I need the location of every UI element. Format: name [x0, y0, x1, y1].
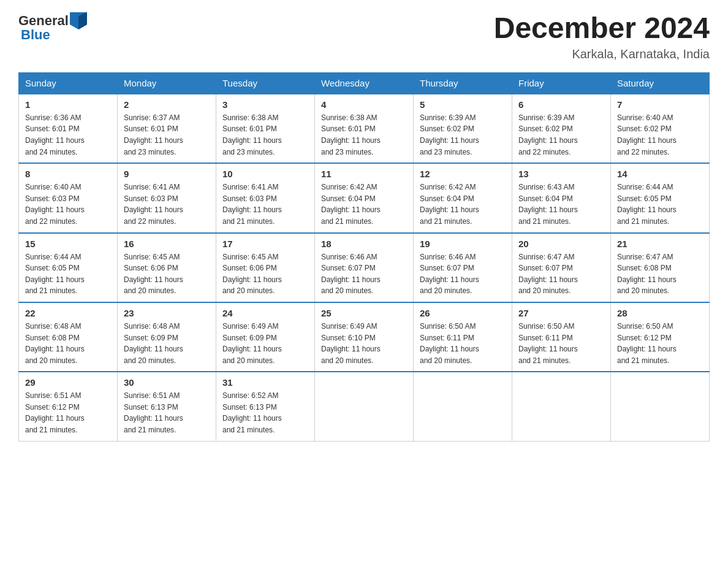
day-info: Sunrise: 6:45 AMSunset: 6:06 PMDaylight:…	[222, 253, 282, 296]
day-number: 16	[124, 239, 210, 249]
day-info: Sunrise: 6:41 AMSunset: 6:03 PMDaylight:…	[124, 183, 183, 226]
weekday-header-row: SundayMondayTuesdayWednesdayThursdayFrid…	[19, 72, 710, 94]
day-number: 4	[321, 99, 407, 110]
calendar-day-23: 23 Sunrise: 6:48 AMSunset: 6:09 PMDaylig…	[118, 302, 216, 372]
day-info: Sunrise: 6:36 AMSunset: 6:01 PMDaylight:…	[25, 113, 85, 156]
day-number: 20	[518, 239, 604, 249]
day-info: Sunrise: 6:50 AMSunset: 6:12 PMDaylight:…	[617, 322, 677, 365]
weekday-header-tuesday: Tuesday	[216, 72, 315, 94]
calendar-day-27: 27 Sunrise: 6:50 AMSunset: 6:11 PMDaylig…	[512, 302, 611, 372]
logo: General Blue	[18, 12, 87, 43]
calendar-day-14: 14 Sunrise: 6:44 AMSunset: 6:05 PMDaylig…	[611, 163, 710, 232]
day-info: Sunrise: 6:50 AMSunset: 6:11 PMDaylight:…	[420, 322, 479, 365]
day-number: 14	[617, 169, 703, 179]
calendar-day-4: 4 Sunrise: 6:38 AMSunset: 6:01 PMDayligh…	[315, 94, 414, 163]
day-number: 21	[617, 239, 703, 249]
day-info: Sunrise: 6:48 AMSunset: 6:09 PMDaylight:…	[124, 322, 183, 365]
logo-blue-text: Blue	[21, 27, 87, 43]
day-info: Sunrise: 6:40 AMSunset: 6:03 PMDaylight:…	[25, 183, 85, 226]
calendar-day-9: 9 Sunrise: 6:41 AMSunset: 6:03 PMDayligh…	[118, 163, 216, 232]
day-info: Sunrise: 6:39 AMSunset: 6:02 PMDaylight:…	[420, 113, 479, 156]
month-title: December 2024	[494, 12, 710, 45]
day-info: Sunrise: 6:43 AMSunset: 6:04 PMDaylight:…	[518, 183, 578, 226]
day-info: Sunrise: 6:38 AMSunset: 6:01 PMDaylight:…	[321, 113, 381, 156]
calendar-table: SundayMondayTuesdayWednesdayThursdayFrid…	[18, 72, 710, 442]
day-number: 23	[124, 308, 210, 318]
day-number: 22	[25, 308, 111, 318]
day-info: Sunrise: 6:52 AMSunset: 6:13 PMDaylight:…	[222, 391, 282, 434]
calendar-day-13: 13 Sunrise: 6:43 AMSunset: 6:04 PMDaylig…	[512, 163, 611, 232]
weekday-header-sunday: Sunday	[19, 72, 118, 94]
weekday-header-wednesday: Wednesday	[315, 72, 414, 94]
calendar-day-18: 18 Sunrise: 6:46 AMSunset: 6:07 PMDaylig…	[315, 233, 414, 302]
calendar-day-1: 1 Sunrise: 6:36 AMSunset: 6:01 PMDayligh…	[19, 94, 118, 163]
day-info: Sunrise: 6:37 AMSunset: 6:01 PMDaylight:…	[124, 113, 183, 156]
day-number: 18	[321, 239, 407, 249]
calendar-day-22: 22 Sunrise: 6:48 AMSunset: 6:08 PMDaylig…	[19, 302, 118, 372]
day-number: 17	[222, 239, 308, 249]
location-text: Karkala, Karnataka, India	[494, 47, 710, 61]
day-number: 13	[518, 169, 604, 179]
day-number: 28	[617, 308, 703, 318]
day-number: 3	[222, 99, 308, 110]
day-info: Sunrise: 6:47 AMSunset: 6:07 PMDaylight:…	[518, 253, 578, 296]
day-number: 9	[124, 169, 210, 179]
calendar-week-3: 15 Sunrise: 6:44 AMSunset: 6:05 PMDaylig…	[19, 233, 710, 302]
day-number: 15	[25, 239, 111, 249]
day-number: 12	[420, 169, 506, 179]
calendar-week-5: 29 Sunrise: 6:51 AMSunset: 6:12 PMDaylig…	[19, 372, 710, 441]
day-number: 5	[420, 99, 506, 110]
day-info: Sunrise: 6:38 AMSunset: 6:01 PMDaylight:…	[222, 113, 282, 156]
calendar-day-3: 3 Sunrise: 6:38 AMSunset: 6:01 PMDayligh…	[216, 94, 315, 163]
day-info: Sunrise: 6:42 AMSunset: 6:04 PMDaylight:…	[420, 183, 479, 226]
title-area: December 2024 Karkala, Karnataka, India	[494, 12, 710, 61]
day-info: Sunrise: 6:44 AMSunset: 6:05 PMDaylight:…	[617, 183, 677, 226]
day-info: Sunrise: 6:51 AMSunset: 6:13 PMDaylight:…	[124, 391, 183, 434]
calendar-day-24: 24 Sunrise: 6:49 AMSunset: 6:09 PMDaylig…	[216, 302, 315, 372]
calendar-day-17: 17 Sunrise: 6:45 AMSunset: 6:06 PMDaylig…	[216, 233, 315, 302]
calendar-day-15: 15 Sunrise: 6:44 AMSunset: 6:05 PMDaylig…	[19, 233, 118, 302]
day-info: Sunrise: 6:45 AMSunset: 6:06 PMDaylight:…	[124, 253, 183, 296]
calendar-day-2: 2 Sunrise: 6:37 AMSunset: 6:01 PMDayligh…	[118, 94, 216, 163]
calendar-day-10: 10 Sunrise: 6:41 AMSunset: 6:03 PMDaylig…	[216, 163, 315, 232]
calendar-day-7: 7 Sunrise: 6:40 AMSunset: 6:02 PMDayligh…	[611, 94, 710, 163]
weekday-header-monday: Monday	[118, 72, 216, 94]
weekday-header-friday: Friday	[512, 72, 611, 94]
empty-day-cell	[414, 372, 512, 441]
day-number: 29	[25, 377, 111, 388]
weekday-header-thursday: Thursday	[414, 72, 512, 94]
day-info: Sunrise: 6:47 AMSunset: 6:08 PMDaylight:…	[617, 253, 677, 296]
empty-day-cell	[611, 372, 710, 441]
calendar-day-20: 20 Sunrise: 6:47 AMSunset: 6:07 PMDaylig…	[512, 233, 611, 302]
day-info: Sunrise: 6:39 AMSunset: 6:02 PMDaylight:…	[518, 113, 578, 156]
day-info: Sunrise: 6:49 AMSunset: 6:09 PMDaylight:…	[222, 322, 282, 365]
calendar-day-19: 19 Sunrise: 6:46 AMSunset: 6:07 PMDaylig…	[414, 233, 512, 302]
calendar-week-2: 8 Sunrise: 6:40 AMSunset: 6:03 PMDayligh…	[19, 163, 710, 232]
day-number: 6	[518, 99, 604, 110]
day-info: Sunrise: 6:42 AMSunset: 6:04 PMDaylight:…	[321, 183, 381, 226]
calendar-day-5: 5 Sunrise: 6:39 AMSunset: 6:02 PMDayligh…	[414, 94, 512, 163]
day-number: 27	[518, 308, 604, 318]
day-number: 19	[420, 239, 506, 249]
day-info: Sunrise: 6:46 AMSunset: 6:07 PMDaylight:…	[321, 253, 381, 296]
day-number: 7	[617, 99, 703, 110]
empty-day-cell	[315, 372, 414, 441]
page-header: General Blue December 2024 Karkala, Karn…	[18, 12, 710, 61]
day-info: Sunrise: 6:44 AMSunset: 6:05 PMDaylight:…	[25, 253, 85, 296]
day-number: 30	[124, 377, 210, 388]
calendar-day-11: 11 Sunrise: 6:42 AMSunset: 6:04 PMDaylig…	[315, 163, 414, 232]
day-number: 26	[420, 308, 506, 318]
day-number: 1	[25, 99, 111, 110]
day-number: 2	[124, 99, 210, 110]
day-info: Sunrise: 6:50 AMSunset: 6:11 PMDaylight:…	[518, 322, 578, 365]
day-info: Sunrise: 6:46 AMSunset: 6:07 PMDaylight:…	[420, 253, 479, 296]
calendar-week-4: 22 Sunrise: 6:48 AMSunset: 6:08 PMDaylig…	[19, 302, 710, 372]
empty-day-cell	[512, 372, 611, 441]
calendar-day-16: 16 Sunrise: 6:45 AMSunset: 6:06 PMDaylig…	[118, 233, 216, 302]
calendar-day-21: 21 Sunrise: 6:47 AMSunset: 6:08 PMDaylig…	[611, 233, 710, 302]
day-number: 31	[222, 377, 308, 388]
calendar-day-26: 26 Sunrise: 6:50 AMSunset: 6:11 PMDaylig…	[414, 302, 512, 372]
calendar-day-29: 29 Sunrise: 6:51 AMSunset: 6:12 PMDaylig…	[19, 372, 118, 441]
calendar-day-25: 25 Sunrise: 6:49 AMSunset: 6:10 PMDaylig…	[315, 302, 414, 372]
weekday-header-saturday: Saturday	[611, 72, 710, 94]
